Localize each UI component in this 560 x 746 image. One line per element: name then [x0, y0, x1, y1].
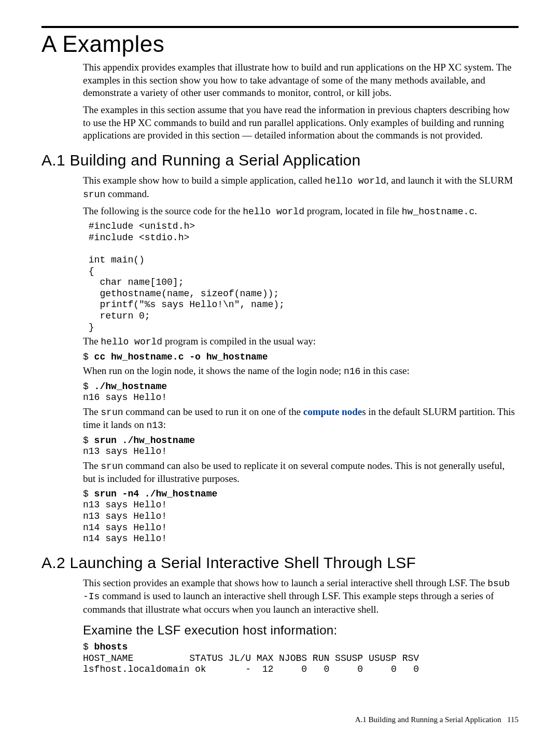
intro-paragraph-2: The examples in this section assume that… — [83, 104, 519, 142]
footer-section-title: A.1 Building and Running a Serial Applic… — [355, 715, 501, 724]
a1-p1: This example show how to build a simple … — [83, 174, 519, 201]
appendix-title: A Examples — [41, 26, 519, 57]
command-output: HOST_NAME STATUS JL/U MAX NJOBS RUN SSUS… — [83, 653, 419, 675]
command-output: n13 says Hello! n13 says Hello! n14 says… — [83, 500, 167, 544]
page-footer: A.1 Building and Running a Serial Applic… — [355, 715, 519, 724]
inline-code: hello world — [325, 176, 386, 186]
a1-p4: When run on the login node, it shows the… — [83, 365, 519, 378]
user-command: bhosts — [94, 642, 128, 652]
a1-p5: The srun command can be used to run it o… — [83, 406, 519, 432]
user-command: ./hw_hostname — [94, 381, 167, 392]
user-command: srun ./hw_hostname — [94, 435, 195, 446]
inline-code: hello world — [101, 337, 162, 347]
section-a2-heading: A.2 Launching a Serial Interactive Shell… — [41, 554, 519, 572]
inline-code: srun — [101, 461, 123, 472]
srun-multi-block: $ srun -n4 ./hw_hostname n13 says Hello!… — [83, 489, 519, 545]
command-output: n13 says Hello! — [83, 446, 167, 457]
inline-code: srun — [101, 407, 123, 418]
inline-code: hw_hostname.c — [402, 206, 474, 217]
inline-code: hello world — [243, 206, 304, 217]
lsf-subheading: Examine the LSF execution host informati… — [83, 623, 519, 638]
user-command: srun -n4 ./hw_hostname — [94, 489, 218, 499]
run-local-block: $ ./hw_hostname n16 says Hello! — [83, 381, 519, 404]
a2-p1: This section provides an example that sh… — [83, 577, 519, 616]
intro-paragraph-1: This appendix provides examples that ill… — [83, 61, 519, 100]
command-output: n16 says Hello! — [83, 392, 167, 403]
user-command: cc hw_hostname.c -o hw_hostname — [94, 352, 268, 362]
inline-code: n16 — [344, 366, 360, 377]
source-code-block: #include <unistd.h> #include <stdio.h> i… — [83, 221, 519, 333]
inline-code: srun — [83, 189, 105, 200]
section-a1-heading: A.1 Building and Running a Serial Applic… — [41, 151, 519, 169]
a1-p2: The following is the source code for the… — [83, 205, 519, 218]
a1-p3: The hello world program is compiled in t… — [83, 335, 519, 348]
bhosts-block: $ bhosts HOST_NAME STATUS JL/U MAX NJOBS… — [83, 642, 519, 675]
a1-p6: The srun command can also be used to rep… — [83, 460, 519, 486]
page-number: 115 — [507, 715, 519, 724]
page-container: A Examples This appendix provides exampl… — [0, 0, 560, 698]
glossary-link-compute-node[interactable]: compute node — [303, 406, 362, 417]
compile-command-block: $ cc hw_hostname.c -o hw_hostname — [83, 352, 519, 363]
srun-single-block: $ srun ./hw_hostname n13 says Hello! — [83, 435, 519, 458]
inline-code: n13 — [146, 420, 163, 431]
